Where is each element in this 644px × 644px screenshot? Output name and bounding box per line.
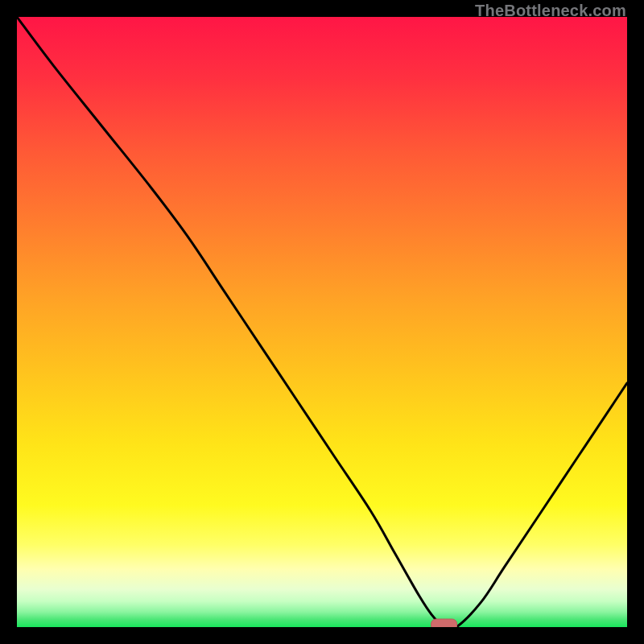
watermark-text: TheBottleneck.com xyxy=(475,2,626,20)
outer-frame: TheBottleneck.com xyxy=(0,0,644,644)
bottleneck-chart xyxy=(17,17,627,627)
gradient-background xyxy=(17,17,627,627)
optimum-marker xyxy=(431,619,457,627)
